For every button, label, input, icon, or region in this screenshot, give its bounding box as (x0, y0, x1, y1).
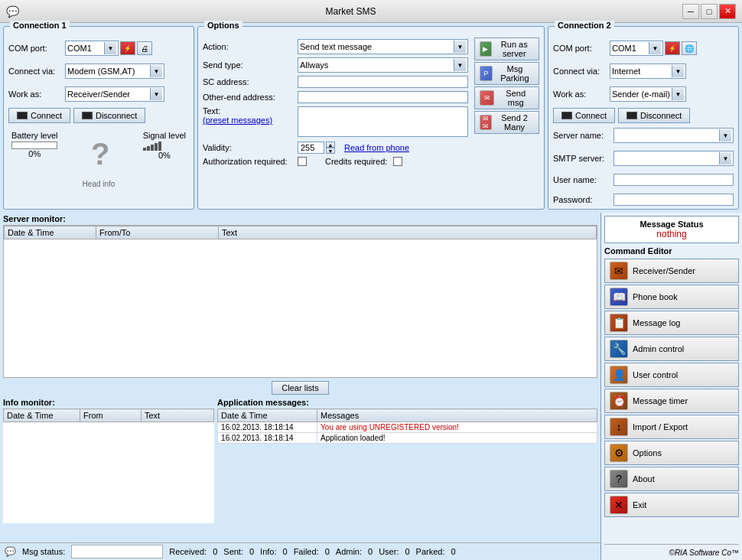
about-icon: ? (610, 470, 628, 488)
username-row: User name: (553, 174, 734, 186)
disconnect-button1[interactable]: Disconnect (73, 108, 145, 123)
app-message-row: 16.02.2013. 18:18:14 Application loaded! (218, 433, 597, 444)
send2many-button[interactable]: ✉✉ Send 2 Many (474, 111, 539, 134)
read-from-phone-link[interactable]: Read from phone (344, 143, 409, 152)
user-control-button[interactable]: 👤 User control (604, 363, 739, 387)
sc-address-row: SC address: (203, 76, 468, 88)
msg-parking-button[interactable]: P Msg Parking (474, 62, 539, 85)
server-monitor-section: Server monitor: Date & Time From/To Text (0, 213, 600, 379)
clear-lists-row: Clear lists (0, 379, 600, 396)
validity-down[interactable]: ▼ (326, 148, 335, 154)
col-datetime: Date & Time (5, 226, 96, 239)
run-server-button[interactable]: ▶ Run as server (474, 37, 539, 60)
exit-button[interactable]: ✕ Exit (604, 493, 739, 517)
admin-label: Admin: (336, 547, 362, 556)
com-port-settings-btn1[interactable]: 🖨 (137, 41, 152, 55)
credits-checkbox[interactable] (393, 157, 402, 166)
auth-checkbox[interactable] (298, 157, 307, 166)
options-button[interactable]: ⚙ Options (604, 441, 739, 465)
com-port-arrow1: ▼ (104, 42, 116, 54)
options-icon: ⚙ (610, 444, 628, 462)
validity-row: Validity: ▲ ▼ Read from phone (203, 142, 468, 154)
signal-bar1-5 (158, 142, 161, 151)
connect-via-select1[interactable]: Modem (GSM,AT) ▼ (65, 63, 164, 79)
battery-col1: Battery level 0% (11, 131, 58, 158)
titlebar: 💬 Market SMS ─ □ ✕ (0, 0, 742, 23)
about-button[interactable]: ? About (604, 467, 739, 491)
message-timer-button[interactable]: ⏰ Message timer (604, 389, 739, 413)
minimize-button[interactable]: ─ (682, 4, 699, 19)
exit-icon: ✕ (610, 496, 628, 514)
options-title: Options (204, 21, 242, 30)
close-button[interactable]: ✕ (719, 4, 736, 19)
server-name-input[interactable]: ▼ (613, 128, 734, 143)
validity-label: Validity: (203, 143, 295, 152)
clear-lists-button[interactable]: Clear lists (272, 381, 328, 395)
head-info1: Head info (8, 180, 189, 188)
sc-address-input[interactable] (298, 76, 468, 88)
connect-button1[interactable]: Connect (8, 108, 70, 123)
validity-up[interactable]: ▲ (326, 142, 335, 148)
phone-book-button[interactable]: 📖 Phone book (604, 285, 739, 309)
signal-col1: Signal level 0% (143, 131, 186, 160)
action-arrow: ▼ (454, 41, 466, 53)
server-monitor-label: Server monitor: (3, 214, 597, 223)
connect-button2[interactable]: Connect (553, 108, 615, 123)
battery-label1: Battery level (11, 131, 58, 140)
com-port-icon-btn1[interactable]: ⚡ (120, 41, 135, 55)
col-text: Text (219, 226, 597, 239)
admin-control-button[interactable]: 🔧 Admin control (604, 337, 739, 361)
app-messages-section: Application messages: Date & Time Messag… (217, 398, 597, 523)
restore-button[interactable]: □ (701, 4, 718, 19)
signal-bar1-3 (151, 145, 154, 151)
status-bar: 💬 Msg status: Received: 0 Sent: 0 Info: … (0, 542, 600, 560)
battery-signal-row1: Battery level 0% ? Signal level (8, 128, 189, 180)
com-port-row2: COM port: COM1 ▼ ⚡ 🌐 (553, 41, 734, 56)
question-mark1: ? (77, 131, 123, 177)
action-select[interactable]: Send text message ▼ (298, 39, 468, 54)
sc-address-label: SC address: (203, 77, 295, 86)
connect-via-select2[interactable]: Internet ▼ (610, 63, 686, 79)
action-label: Action: (203, 42, 295, 51)
work-as-row2: Work as: Sender (e-mail) ▼ (553, 86, 734, 102)
app-message-row: 16.02.2013. 18:18:14 You are using UNREG… (218, 422, 597, 433)
preset-messages-link[interactable]: (preset messages) (203, 116, 272, 125)
info-col-from: From (80, 409, 142, 422)
work-as-select1[interactable]: Receiver/Sender ▼ (65, 86, 164, 102)
other-end-label: Other-end address: (203, 93, 295, 102)
com-port-icon-btn2[interactable]: ⚡ (665, 41, 680, 55)
password-input[interactable] (613, 194, 734, 206)
send2many-icon: ✉✉ (480, 115, 492, 130)
import-export-button[interactable]: ↕ Import / Export (604, 415, 739, 439)
com-port-select1[interactable]: COM1 ▼ (65, 41, 119, 56)
info-col-text: Text (142, 409, 214, 422)
receiver-sender-button[interactable]: ✉ Receiver/Sender (604, 259, 739, 283)
monitor-icon-disconnect2 (626, 112, 637, 119)
send-msg-button[interactable]: ✉ Send msg (474, 86, 539, 109)
text-input[interactable] (298, 106, 468, 137)
smtp-input[interactable]: ▼ (613, 151, 734, 166)
username-input[interactable] (613, 174, 734, 186)
message-log-icon: 📋 (610, 314, 628, 332)
info-monitor-section: Info monitor: Date & Time From Text (3, 398, 214, 523)
left-content: Server monitor: Date & Time From/To Text (0, 213, 600, 560)
send-msg-icon: ✉ (480, 90, 494, 106)
signal-bar1-2 (147, 146, 150, 151)
connection1-title: Connection 1 (10, 21, 70, 30)
send-type-select[interactable]: Allways ▼ (298, 57, 468, 73)
ria-logo: ©RIA Software Co™ (604, 544, 739, 557)
message-status-box: Message Status nothing (604, 216, 739, 243)
message-log-button[interactable]: 📋 Message log (604, 311, 739, 335)
com-port-select2[interactable]: COM1 ▼ (610, 41, 663, 56)
work-as-select2[interactable]: Sender (e-mail) ▼ (610, 86, 686, 102)
action-buttons-col: ▶ Run as server P Msg Parking ✉ Send msg (474, 37, 539, 166)
validity-input[interactable] (298, 142, 324, 154)
app-messages-table: Date & Time Messages 16.02.2013. 18:18:1… (217, 409, 597, 444)
auth-row: Authorization required: Credits required… (203, 157, 468, 166)
com-port-label1: COM port: (8, 44, 62, 53)
disconnect-button2[interactable]: Disconnect (618, 108, 690, 123)
com-port-settings-btn2[interactable]: 🌐 (682, 41, 697, 55)
other-end-input[interactable] (298, 91, 468, 103)
app-msg-text-2: Application loaded! (317, 433, 597, 444)
titlebar-icon: 💬 (6, 5, 19, 18)
